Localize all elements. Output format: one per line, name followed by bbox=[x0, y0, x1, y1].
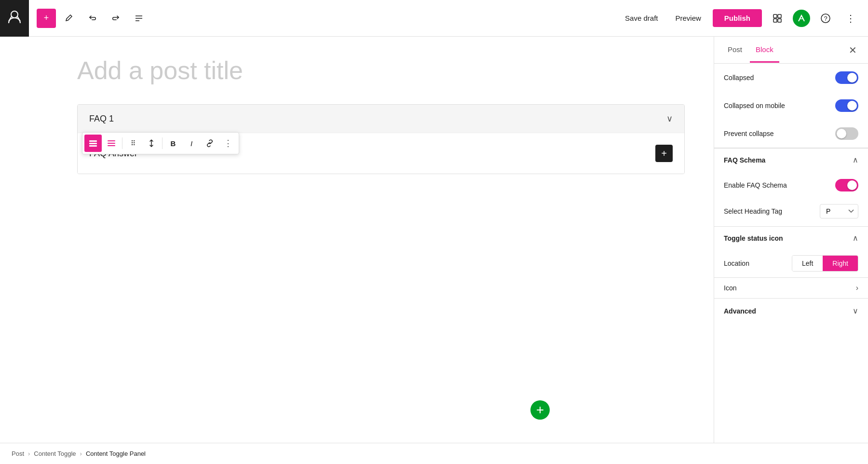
bold-button[interactable]: B bbox=[164, 135, 182, 152]
breadcrumb-sep-2: › bbox=[80, 450, 82, 457]
select-heading-tag-label: Select Heading Tag bbox=[724, 207, 782, 215]
svg-text:?: ? bbox=[824, 15, 827, 22]
icon-row-chevron: › bbox=[856, 284, 858, 292]
svg-rect-11 bbox=[89, 143, 97, 144]
collapsed-label: Collapsed bbox=[724, 74, 754, 82]
icon-row[interactable]: Icon › bbox=[714, 277, 868, 298]
svg-rect-10 bbox=[89, 140, 97, 142]
enable-faq-schema-toggle-row: Enable FAQ Schema bbox=[714, 171, 868, 199]
block-type-button[interactable] bbox=[103, 135, 120, 152]
collapsed-on-mobile-label: Collapsed on mobile bbox=[724, 102, 785, 109]
block-toolbar: ⠿ B I ⋮ bbox=[82, 132, 239, 154]
svg-point-0 bbox=[11, 11, 18, 18]
performance-icon[interactable] bbox=[793, 10, 810, 27]
prevent-collapse-label: Prevent collapse bbox=[724, 130, 774, 137]
main-layout: Add a post title ⠿ B I ⋮ FAQ bbox=[0, 37, 868, 443]
main-toolbar: + Save draft Preview Publish ? ⋮ bbox=[0, 0, 868, 37]
document-overview-button[interactable] bbox=[129, 9, 149, 28]
editor-area: Add a post title ⠿ B I ⋮ FAQ bbox=[0, 37, 714, 443]
breadcrumb-current: Content Toggle Panel bbox=[86, 450, 146, 457]
icon-label: Icon bbox=[724, 284, 736, 292]
select-heading-tag-row: Select Heading Tag P H1 H2 H3 H4 H5 H6 bbox=[714, 199, 868, 226]
block-type-button-active[interactable] bbox=[84, 135, 102, 152]
svg-rect-15 bbox=[108, 145, 115, 146]
redo-button[interactable] bbox=[106, 9, 125, 28]
location-buttons: Left Right bbox=[792, 255, 858, 272]
advanced-section[interactable]: Advanced ∨ bbox=[714, 298, 868, 323]
location-right-button[interactable]: Right bbox=[823, 256, 858, 271]
toggle-status-icon-section-header[interactable]: Toggle status icon ∧ bbox=[714, 226, 868, 249]
view-button[interactable] bbox=[768, 9, 787, 28]
breadcrumb-content-toggle[interactable]: Content Toggle bbox=[34, 450, 76, 457]
location-label: Location bbox=[724, 259, 749, 267]
location-row: Location Left Right bbox=[714, 249, 868, 277]
toggle-status-icon-label: Toggle status icon bbox=[724, 234, 783, 242]
toggle-status-chevron: ∧ bbox=[853, 233, 858, 243]
svg-rect-14 bbox=[108, 143, 115, 144]
post-title-placeholder[interactable]: Add a post title bbox=[77, 56, 685, 85]
collapsed-toggle[interactable] bbox=[835, 71, 858, 84]
faq-question-row[interactable]: FAQ 1 ∨ bbox=[78, 105, 684, 133]
heading-tag-select[interactable]: P H1 H2 H3 H4 H5 H6 bbox=[820, 204, 858, 218]
more-block-options[interactable]: ⋮ bbox=[219, 135, 237, 152]
svg-rect-13 bbox=[108, 140, 115, 141]
breadcrumb: Post › Content Toggle › Content Toggle P… bbox=[0, 443, 868, 464]
faq-schema-chevron: ∧ bbox=[853, 155, 858, 164]
sidebar-content: Collapsed Collapsed on mobile Prev bbox=[714, 64, 868, 443]
faq-add-button[interactable]: + bbox=[655, 145, 673, 162]
advanced-chevron: ∨ bbox=[853, 306, 858, 315]
sidebar-close-button[interactable]: ✕ bbox=[845, 42, 860, 58]
collapsed-on-mobile-toggle-row: Collapsed on mobile bbox=[714, 92, 868, 120]
site-logo[interactable] bbox=[0, 0, 29, 37]
breadcrumb-sep-1: › bbox=[28, 450, 30, 457]
help-button[interactable]: ? bbox=[816, 9, 835, 28]
add-faq-block-button[interactable] bbox=[530, 400, 550, 420]
save-draft-button[interactable]: Save draft bbox=[619, 10, 664, 26]
undo-button[interactable] bbox=[83, 9, 102, 28]
prevent-collapse-toggle-row: Prevent collapse bbox=[714, 120, 868, 148]
move-up-down[interactable] bbox=[143, 135, 160, 152]
svg-rect-4 bbox=[773, 14, 777, 18]
faq-expand-chevron[interactable]: ∨ bbox=[666, 113, 673, 124]
italic-button[interactable]: I bbox=[183, 135, 200, 152]
enable-faq-schema-label: Enable FAQ Schema bbox=[724, 181, 787, 189]
faq-question-text: FAQ 1 bbox=[89, 114, 114, 124]
breadcrumb-post[interactable]: Post bbox=[12, 450, 24, 457]
right-sidebar: Post Block ✕ Collapsed Collapsed on mobi… bbox=[714, 37, 868, 443]
add-block-button[interactable]: + bbox=[37, 9, 56, 28]
link-button[interactable] bbox=[201, 135, 218, 152]
enable-faq-schema-toggle[interactable] bbox=[835, 179, 858, 191]
faq-schema-section-label: FAQ Schema bbox=[724, 156, 765, 164]
svg-rect-7 bbox=[778, 19, 781, 22]
location-left-button[interactable]: Left bbox=[792, 256, 823, 271]
publish-button[interactable]: Publish bbox=[713, 9, 762, 27]
advanced-label: Advanced bbox=[724, 307, 756, 315]
preview-button[interactable]: Preview bbox=[669, 10, 706, 26]
faq-schema-section-header[interactable]: FAQ Schema ∧ bbox=[714, 148, 868, 171]
edit-button[interactable] bbox=[60, 9, 79, 28]
svg-rect-6 bbox=[773, 19, 777, 22]
collapsed-toggle-row: Collapsed bbox=[714, 64, 868, 92]
tab-block[interactable]: Block bbox=[750, 38, 779, 63]
tab-post[interactable]: Post bbox=[722, 38, 748, 63]
more-options-button[interactable]: ⋮ bbox=[841, 9, 860, 28]
svg-rect-12 bbox=[89, 145, 97, 147]
drag-handle[interactable]: ⠿ bbox=[124, 135, 142, 152]
sidebar-tabs: Post Block ✕ bbox=[714, 37, 868, 64]
svg-rect-5 bbox=[778, 14, 781, 18]
prevent-collapse-toggle[interactable] bbox=[835, 127, 858, 140]
collapsed-on-mobile-toggle[interactable] bbox=[835, 99, 858, 112]
